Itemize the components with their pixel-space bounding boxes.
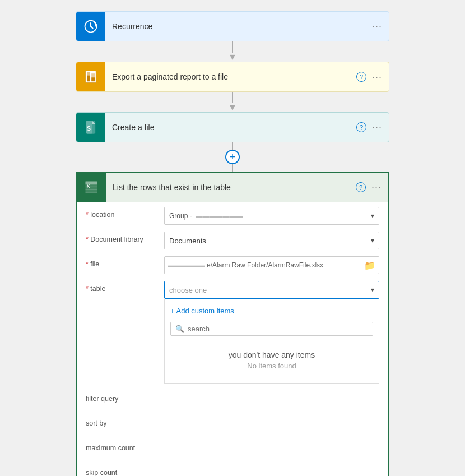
table-search-input[interactable] (188, 325, 368, 333)
svg-text:S: S (87, 125, 91, 132)
connector-arrow-1: ▼ (228, 53, 237, 62)
export-more-button[interactable]: ··· (372, 72, 382, 82)
list-rows-icon: X (83, 179, 99, 195)
recurrence-card: Recurrence ··· (76, 11, 389, 41)
connector-line-2 (232, 92, 233, 103)
plus-line-bottom-1 (232, 164, 233, 172)
create-file-actions: ? ··· (356, 122, 382, 132)
table-label: table (86, 281, 164, 293)
svg-rect-13 (86, 184, 97, 184)
create-file-title: Create a file (105, 123, 356, 132)
location-chevron: ▾ (371, 212, 374, 220)
empty-secondary-msg: No items found (165, 362, 379, 370)
search-icon: 🔍 (175, 325, 184, 333)
table-select[interactable]: choose one ▾ (164, 281, 379, 299)
location-select[interactable]: Group - ▬▬▬▬▬▬▬ ▾ (164, 207, 379, 225)
sort-by-label: sort by (86, 415, 164, 427)
recurrence-title: Recurrence (105, 22, 372, 31)
create-file-icon: S (83, 119, 99, 135)
filter-query-row: filter query (86, 391, 379, 409)
doc-library-label: Document library (86, 232, 164, 243)
file-row: file ▬▬▬▬▬▬ e/Alarm Raw Folder/AlarmRawF… (86, 256, 379, 274)
export-title: Export a paginated report to a file (105, 72, 356, 81)
add-custom-items-button[interactable]: + Add custom items (165, 303, 379, 318)
list-rows-card: X List the rows that exist in the table … (76, 172, 389, 476)
create-file-card: S Create a file ? ··· (76, 112, 389, 142)
doc-library-value: Documents (169, 237, 206, 245)
connector-1: ▼ (228, 41, 237, 62)
plus-connector-1: + (225, 142, 240, 172)
svg-rect-15 (86, 190, 97, 190)
table-chevron: ▾ (371, 286, 374, 294)
list-rows-header: X List the rows that exist in the table … (77, 173, 388, 202)
location-control: Group - ▬▬▬▬▬▬▬ ▾ (164, 207, 379, 225)
sort-by-row: sort by (86, 415, 379, 433)
recurrence-icon (83, 19, 99, 34)
max-count-row: maximum count (86, 440, 379, 458)
file-browse-icon[interactable]: 📁 (364, 260, 375, 271)
export-actions: ? ··· (356, 72, 382, 82)
list-rows-body: location Group - ▬▬▬▬▬▬▬ ▾ Document libr… (77, 202, 388, 476)
svg-rect-14 (86, 187, 97, 187)
doc-library-select[interactable]: Documents ▾ (164, 232, 379, 249)
table-control: choose one ▾ + Add custom items 🔍 you do… (164, 281, 379, 384)
file-control: ▬▬▬▬▬▬ e/Alarm Raw Folder/AlarmRawFile.x… (164, 256, 379, 274)
list-rows-more-button[interactable]: ··· (371, 182, 382, 192)
file-value: ▬▬▬▬▬▬ e/Alarm Raw Folder/AlarmRawFile.x… (168, 261, 364, 269)
list-rows-icon-bg: X (77, 173, 106, 202)
create-file-help-icon[interactable]: ? (356, 122, 366, 132)
max-count-label: maximum count (86, 440, 164, 452)
svg-rect-6 (91, 73, 95, 77)
list-rows-help-icon[interactable]: ? (356, 182, 366, 192)
table-dropdown-panel: + Add custom items 🔍 you don't have any … (164, 299, 379, 384)
create-file-more-button[interactable]: ··· (372, 122, 382, 132)
location-value: Group - ▬▬▬▬▬▬▬ (169, 212, 243, 220)
table-empty-state: you don't have any items No items found (165, 339, 379, 377)
location-row: location Group - ▬▬▬▬▬▬▬ ▾ (86, 207, 379, 225)
table-search-box: 🔍 (170, 322, 373, 336)
plus-button-1[interactable]: + (225, 150, 240, 164)
recurrence-icon-bg (76, 12, 105, 41)
recurrence-actions: ··· (372, 21, 382, 31)
file-input[interactable]: ▬▬▬▬▬▬ e/Alarm Raw Folder/AlarmRawFile.x… (164, 256, 379, 274)
export-icon (83, 69, 99, 85)
doc-library-row: Document library Documents ▾ (86, 232, 379, 249)
export-help-icon[interactable]: ? (356, 72, 366, 82)
recurrence-more-button[interactable]: ··· (372, 21, 382, 31)
export-card: Export a paginated report to a file ? ··… (76, 62, 389, 92)
skip-count-row: skip count (86, 465, 379, 476)
location-label: location (86, 207, 164, 219)
table-placeholder: choose one (169, 286, 207, 294)
empty-primary-msg: you don't have any items (165, 350, 379, 359)
export-icon-bg (76, 62, 105, 91)
connector-line-1 (232, 41, 233, 53)
svg-rect-4 (87, 76, 90, 82)
table-row: table choose one ▾ + Add custom items 🔍 (86, 281, 379, 384)
file-label: file (86, 256, 164, 268)
list-rows-actions: ? ··· (356, 182, 382, 192)
filter-query-label: filter query (86, 391, 164, 403)
svg-rect-5 (91, 77, 95, 81)
svg-text:X: X (87, 184, 90, 189)
plus-line-top-1 (232, 142, 233, 150)
skip-count-label: skip count (86, 465, 164, 476)
doc-library-chevron: ▾ (371, 237, 374, 244)
svg-rect-16 (86, 192, 97, 192)
list-rows-title: List the rows that exist in the table (106, 183, 356, 192)
connector-2: ▼ (228, 92, 237, 112)
connector-arrow-2: ▼ (228, 103, 237, 112)
doc-library-control: Documents ▾ (164, 232, 379, 249)
create-file-icon-bg: S (76, 113, 105, 142)
